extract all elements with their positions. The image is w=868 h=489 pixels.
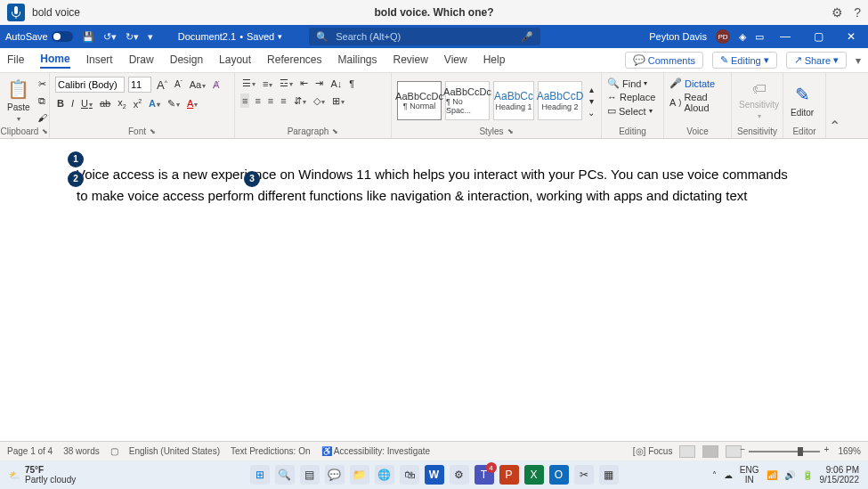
task-view-icon[interactable]: ▤ bbox=[300, 465, 320, 485]
tray-chevron-icon[interactable]: ˄ bbox=[712, 470, 717, 480]
onedrive-icon[interactable]: ☁ bbox=[724, 470, 733, 480]
tab-design[interactable]: Design bbox=[170, 53, 203, 68]
undo-icon[interactable]: ↺▾ bbox=[103, 31, 117, 43]
outlook-icon[interactable]: O bbox=[549, 465, 569, 485]
help-icon[interactable]: ? bbox=[854, 5, 861, 20]
paste-button[interactable]: 📋 Paste ▾ bbox=[5, 78, 32, 123]
tab-layout[interactable]: Layout bbox=[219, 53, 251, 68]
indent-right-button[interactable]: ⇥ bbox=[313, 77, 325, 90]
tab-view[interactable]: View bbox=[444, 53, 467, 68]
read-mode-button[interactable] bbox=[679, 445, 695, 458]
copy-icon[interactable]: ⧉ bbox=[37, 94, 47, 108]
disambiguation-badge-3[interactable]: 3 bbox=[244, 171, 260, 187]
sort-button[interactable]: A↓ bbox=[329, 77, 344, 90]
microphone-icon[interactable] bbox=[7, 4, 25, 21]
maximize-button[interactable]: ▢ bbox=[807, 30, 831, 43]
weather-widget[interactable]: ⛅ 75°F Partly cloudy bbox=[9, 465, 76, 485]
ribbon-options-icon[interactable]: ▾ bbox=[856, 54, 861, 67]
dictate-button[interactable]: 🎤Dictate bbox=[669, 77, 715, 90]
zoom-slider[interactable] bbox=[749, 451, 820, 452]
numbering-button[interactable]: ≡ bbox=[261, 77, 274, 90]
search-box[interactable]: 🔍 🎤 bbox=[309, 28, 540, 45]
justify-button[interactable]: ≡ bbox=[279, 94, 288, 107]
volume-icon[interactable]: 🔊 bbox=[784, 470, 795, 480]
strike-button[interactable]: ab bbox=[98, 97, 112, 110]
line-spacing-button[interactable]: ⇵ bbox=[292, 94, 308, 108]
font-name-select[interactable] bbox=[55, 77, 125, 93]
store-icon[interactable]: 🛍 bbox=[400, 465, 419, 485]
battery-icon[interactable]: 🔋 bbox=[802, 470, 813, 480]
disambiguation-badge-2[interactable]: 2 bbox=[68, 171, 84, 187]
styles-expand[interactable]: ⌄ bbox=[586, 107, 596, 118]
tab-file[interactable]: File bbox=[7, 53, 24, 68]
taskbar-search-icon[interactable]: 🔍 bbox=[275, 465, 295, 485]
tab-review[interactable]: Review bbox=[393, 53, 428, 68]
font-color-button[interactable]: A bbox=[185, 97, 199, 110]
clear-format-button[interactable]: A̸ bbox=[211, 78, 222, 92]
font-size-select[interactable] bbox=[128, 77, 151, 93]
launcher-icon[interactable]: ⬊ bbox=[150, 127, 156, 135]
user-name[interactable]: Peyton Davis bbox=[649, 31, 707, 42]
document-text[interactable]: Voice access is a new experience on Wind… bbox=[77, 164, 791, 207]
style-no-spacing[interactable]: AaBbCcDc ¶ No Spac... bbox=[445, 81, 490, 120]
highlight-button[interactable]: ✎ bbox=[166, 97, 182, 110]
start-button[interactable]: ⊞ bbox=[250, 465, 270, 485]
launcher-icon[interactable]: ⬊ bbox=[332, 127, 338, 135]
style-heading2[interactable]: AaBbCcD Heading 2 bbox=[538, 81, 582, 120]
select-button[interactable]: ▭Select ▾ bbox=[607, 104, 653, 118]
edge-icon[interactable]: 🌐 bbox=[375, 465, 394, 485]
autosave-toggle[interactable]: AutoSave bbox=[5, 31, 73, 42]
word-icon[interactable]: W bbox=[425, 465, 444, 485]
save-icon[interactable]: 💾 bbox=[82, 31, 94, 43]
indent-left-button[interactable]: ⇤ bbox=[298, 77, 310, 90]
tab-help[interactable]: Help bbox=[483, 53, 506, 68]
tab-mailings[interactable]: Mailings bbox=[337, 53, 377, 68]
input-language[interactable]: ENG IN bbox=[740, 465, 759, 485]
editor-button[interactable]: ✎ Editor bbox=[789, 84, 815, 118]
cut-icon[interactable]: ✂ bbox=[37, 77, 48, 91]
tab-home[interactable]: Home bbox=[40, 53, 69, 69]
user-avatar[interactable]: PD bbox=[716, 29, 730, 44]
launcher-icon[interactable]: ⬊ bbox=[42, 127, 48, 135]
excel-icon[interactable]: X bbox=[524, 465, 544, 485]
document-canvas[interactable]: 1 2 3 Voice access is a new experience o… bbox=[0, 139, 868, 442]
style-normal[interactable]: AaBbCcDc ¶ Normal bbox=[397, 81, 442, 120]
change-case-button[interactable]: Aa bbox=[188, 78, 207, 91]
app-icon[interactable]: ▦ bbox=[599, 465, 619, 485]
chat-icon[interactable]: 💬 bbox=[325, 465, 345, 485]
styles-row-up[interactable]: ▴ bbox=[588, 84, 596, 95]
bullets-button[interactable]: ☰ bbox=[240, 77, 257, 90]
page-indicator[interactable]: Page 1 of 4 bbox=[7, 446, 53, 456]
powerpoint-icon[interactable]: P bbox=[499, 465, 519, 485]
app-mode-icon[interactable]: ▭ bbox=[755, 31, 764, 43]
comments-button[interactable]: 💬 Comments bbox=[625, 52, 703, 69]
snipping-icon[interactable]: ✂ bbox=[574, 465, 594, 485]
word-count[interactable]: 38 words bbox=[63, 446, 100, 456]
shading-button[interactable]: ◇ bbox=[312, 94, 327, 108]
launcher-icon[interactable]: ⬊ bbox=[507, 127, 514, 135]
underline-button[interactable]: U bbox=[79, 97, 94, 110]
bold-button[interactable]: B bbox=[55, 97, 66, 110]
read-aloud-button[interactable]: A)Read Aloud bbox=[669, 91, 726, 114]
text-predictions[interactable]: Text Predictions: On bbox=[231, 446, 310, 456]
document-title[interactable]: Document2.1 • Saved ▾ bbox=[178, 31, 283, 42]
close-button[interactable]: ✕ bbox=[840, 30, 863, 43]
qat-dropdown-icon[interactable]: ▾ bbox=[148, 31, 153, 43]
settings-icon[interactable]: ⚙ bbox=[831, 5, 843, 20]
align-center-button[interactable]: ≡ bbox=[253, 94, 262, 107]
search-input[interactable] bbox=[336, 31, 514, 42]
wifi-icon[interactable]: 📶 bbox=[767, 470, 777, 480]
align-right-button[interactable]: ≡ bbox=[266, 94, 275, 107]
diamond-icon[interactable]: ◈ bbox=[739, 31, 746, 43]
styles-row-down[interactable]: ▾ bbox=[588, 95, 596, 107]
print-layout-button[interactable] bbox=[702, 445, 718, 458]
zoom-level[interactable]: 169% bbox=[838, 446, 861, 456]
accessibility-status[interactable]: ♿ Accessibility: Investigate bbox=[321, 446, 431, 456]
clock[interactable]: 9:06 PM 9/15/2022 bbox=[820, 465, 860, 485]
spellcheck-icon[interactable]: ▢ bbox=[110, 446, 118, 456]
voice-search-icon[interactable]: 🎤 bbox=[521, 31, 533, 43]
style-heading1[interactable]: AaBbCc Heading 1 bbox=[493, 81, 534, 120]
collapse-ribbon-button[interactable]: ⌃ bbox=[826, 73, 842, 138]
italic-button[interactable]: I bbox=[69, 97, 76, 110]
settings-app-icon[interactable]: ⚙ bbox=[450, 465, 469, 485]
